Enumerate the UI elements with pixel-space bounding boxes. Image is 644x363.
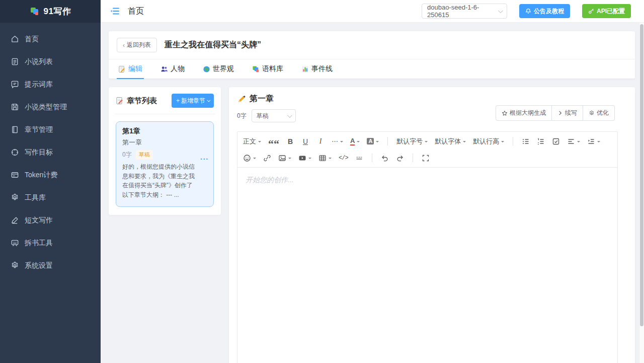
topbar: 首页 doubao-seed-1-6-250615 公告及教程 API已配置 — [101, 0, 644, 23]
blockquote-button[interactable]: ““ — [266, 135, 282, 148]
redo-button[interactable] — [393, 152, 407, 165]
tab-corpus[interactable]: 语料库 — [251, 59, 285, 79]
novel-type-icon — [11, 103, 19, 111]
horizontal-rule-button[interactable] — [353, 152, 366, 165]
chapter-status-select[interactable]: 草稿 — [252, 109, 296, 122]
editor-panel: 第一章 0字 草稿 根据大纲生成 — [229, 87, 635, 363]
undo-icon — [381, 154, 389, 162]
italic-button[interactable]: I — [314, 135, 327, 148]
editor-toolbar: 正文 ““ B U I ⋯ A A 默认字号 默认字体 — [237, 131, 618, 168]
tab-characters[interactable]: 人物 — [159, 59, 186, 79]
image-icon — [278, 154, 286, 162]
caret-down-icon — [258, 141, 261, 144]
font-family-dropdown[interactable]: 默认字体 — [432, 135, 468, 148]
sidebar-item-novel-list[interactable]: 小说列表 — [0, 50, 101, 73]
sidebar-item-chapter-management[interactable]: 章节管理 — [0, 118, 101, 141]
editor-content-area[interactable]: 开始您的创作... — [237, 168, 618, 363]
sidebar-item-settings[interactable]: 系统设置 — [0, 254, 101, 277]
continue-writing-button[interactable]: 续写 — [552, 105, 583, 121]
align-dropdown[interactable] — [565, 135, 583, 148]
generate-from-outline-button[interactable]: 根据大纲生成 — [496, 105, 552, 121]
page-scrollbar[interactable] — [639, 23, 644, 363]
app-window: 91写作 首页 小说列表 提示词库 小说类型管理 章节管理 — [0, 0, 644, 363]
breadcrumb: 首页 — [128, 6, 144, 17]
toolbar-separator — [413, 154, 413, 162]
sidebar-item-writing-goal[interactable]: 写作目标 — [0, 141, 101, 164]
highlight-color-dropdown[interactable]: A — [364, 135, 381, 148]
scrollbar-thumb[interactable] — [640, 24, 643, 326]
sidebar-item-toolbox[interactable]: 工具库 — [0, 186, 101, 209]
sidebar-item-token-billing[interactable]: Token计费 — [0, 164, 101, 186]
logo[interactable]: 91写作 — [0, 0, 101, 23]
sidebar-item-prompt-library[interactable]: 提示词库 — [0, 73, 101, 96]
plus-icon: + — [176, 97, 180, 104]
api-config-button[interactable]: API已配置 — [582, 4, 631, 18]
chapter-card-title: 第1章 — [122, 127, 207, 136]
api-config-button-label: API已配置 — [597, 7, 625, 16]
undo-button[interactable] — [378, 152, 391, 165]
code-block-button[interactable]: </> — [336, 152, 351, 165]
task-list-icon — [552, 137, 560, 146]
fullscreen-button[interactable] — [419, 152, 432, 165]
underline-button[interactable]: U — [299, 135, 312, 148]
optimize-button[interactable]: 优化 — [583, 105, 615, 121]
sidebar-item-home[interactable]: 首页 — [0, 28, 101, 50]
tab-edit[interactable]: 编辑 — [117, 59, 144, 79]
announcement-button[interactable]: 公告及教程 — [519, 4, 570, 18]
font-color-dropdown[interactable]: A — [348, 135, 362, 148]
main-area: 首页 doubao-seed-1-6-250615 公告及教程 API已配置 — [101, 0, 644, 363]
tab-label: 语料库 — [262, 64, 283, 74]
bold-button[interactable]: B — [284, 135, 297, 148]
sidebar-item-novel-type[interactable]: 小说类型管理 — [0, 96, 101, 118]
paragraph-style-dropdown[interactable]: 正文 — [240, 135, 264, 148]
insert-link-button[interactable] — [261, 152, 274, 165]
indent-dropdown[interactable] — [585, 135, 603, 148]
emoji-dropdown[interactable] — [240, 152, 259, 165]
bullet-list-button[interactable] — [519, 135, 532, 148]
sidebar-item-book-analysis[interactable]: 拆书工具 — [0, 232, 101, 254]
book-analysis-icon — [11, 239, 19, 247]
token-billing-icon — [11, 171, 19, 179]
tab-label: 编辑 — [128, 64, 142, 74]
back-to-list-button[interactable]: ‹ 返回列表 — [117, 38, 157, 52]
insert-video-dropdown[interactable] — [296, 152, 314, 165]
tab-worldview[interactable]: 世界观 — [201, 59, 235, 79]
tab-eventline[interactable]: 事件线 — [300, 59, 334, 79]
chapter-card[interactable]: 第1章 第一章 0字 草稿 好的，根据您提供的小说信息和要求，我为《重生之我在值… — [116, 121, 214, 207]
numbered-list-button[interactable] — [534, 135, 547, 148]
emoji-icon — [243, 154, 251, 162]
sidebar-item-short-writing[interactable]: 短文写作 — [0, 209, 101, 232]
chevron-right-icon — [557, 110, 563, 116]
chevron-left-icon: ‹ — [123, 42, 125, 49]
chapter-preview: 好的，根据您提供的小说信息和要求，我为《重生之我在值得买当“头牌”》创作了以下章… — [122, 162, 207, 199]
editor-word-count: 0字 — [237, 112, 247, 120]
sidebar-collapse-icon[interactable] — [110, 6, 120, 16]
novel-header-card: ‹ 返回列表 重生之我在值得买当“头牌” 编辑 人物 — [109, 31, 635, 79]
insert-image-dropdown[interactable] — [276, 152, 294, 165]
add-chapter-button[interactable]: + 新增章节 — [172, 94, 214, 108]
task-list-button[interactable] — [549, 135, 562, 148]
align-left-icon — [567, 137, 575, 146]
writing-hand-icon — [237, 95, 246, 104]
more-text-styles-dropdown[interactable]: ⋯ — [329, 135, 346, 148]
editor-chapter-title-row: 第一章 — [237, 94, 627, 104]
horizontal-rule-icon — [355, 154, 363, 162]
caret-down-icon — [329, 158, 332, 161]
chapter-panel-title-row: 章节列表 — [116, 96, 157, 106]
model-select-value: doubao-seed-1-6-250615 — [427, 4, 498, 19]
insert-table-dropdown[interactable] — [316, 152, 334, 165]
indent-icon — [587, 137, 595, 146]
settings-icon — [11, 261, 19, 270]
home-icon — [11, 35, 19, 43]
model-select[interactable]: doubao-seed-1-6-250615 — [422, 4, 507, 19]
sidebar-item-label: 小说类型管理 — [25, 103, 67, 112]
font-size-dropdown[interactable]: 默认字号 — [394, 135, 430, 148]
toolbar-row-1: 正文 ““ B U I ⋯ A A 默认字号 默认字体 — [240, 133, 614, 150]
line-height-dropdown[interactable]: 默认行高 — [470, 135, 507, 148]
editor-chapter-title: 第一章 — [250, 94, 274, 104]
sidebar-nav: 首页 小说列表 提示词库 小说类型管理 章节管理 写作目标 — [0, 23, 101, 277]
caret-down-icon — [308, 158, 311, 161]
optimize-button-label: 优化 — [597, 109, 609, 117]
novel-head-row: ‹ 返回列表 重生之我在值得买当“头牌” — [109, 31, 635, 59]
more-options-icon[interactable]: ··· — [200, 155, 209, 163]
